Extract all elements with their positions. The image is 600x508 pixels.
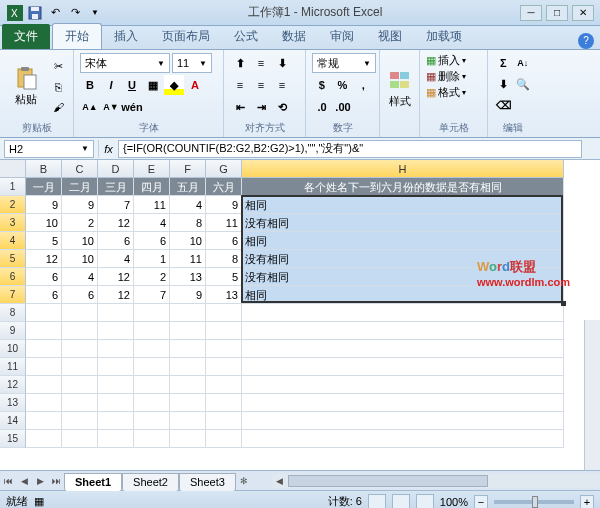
cell[interactable]: 12 xyxy=(26,250,62,268)
cell[interactable]: 12 xyxy=(98,286,134,304)
number-format-combo[interactable]: 常规▼ xyxy=(312,53,376,73)
format-cells-button[interactable]: ▦格式▾ xyxy=(426,85,481,100)
view-layout-icon[interactable] xyxy=(392,494,410,509)
cell[interactable] xyxy=(98,376,134,394)
cell[interactable]: 相同 xyxy=(242,232,564,250)
cell[interactable]: 相同 xyxy=(242,196,564,214)
cell[interactable] xyxy=(134,412,170,430)
cell[interactable]: 9 xyxy=(170,286,206,304)
sort-icon[interactable]: A↓ xyxy=(514,53,533,73)
cell[interactable] xyxy=(242,412,564,430)
cell[interactable] xyxy=(98,358,134,376)
column-header[interactable]: D xyxy=(98,160,134,178)
cell[interactable]: 6 xyxy=(206,232,242,250)
tab-view[interactable]: 视图 xyxy=(366,24,414,49)
cell[interactable] xyxy=(62,322,98,340)
minimize-button[interactable]: ─ xyxy=(520,5,542,21)
fx-icon[interactable]: fx xyxy=(98,140,118,158)
cell[interactable]: 2 xyxy=(134,268,170,286)
increase-font-icon[interactable]: A▲ xyxy=(80,97,100,117)
save-icon[interactable] xyxy=(26,4,44,22)
tab-file[interactable]: 文件 xyxy=(2,24,50,49)
tab-insert[interactable]: 插入 xyxy=(102,24,150,49)
cell[interactable]: 13 xyxy=(206,286,242,304)
cell[interactable]: 5 xyxy=(26,232,62,250)
column-header[interactable]: F xyxy=(170,160,206,178)
row-header[interactable]: 9 xyxy=(0,322,26,340)
cell[interactable]: 二月 xyxy=(62,178,98,196)
tab-formulas[interactable]: 公式 xyxy=(222,24,270,49)
cell[interactable]: 7 xyxy=(134,286,170,304)
cell[interactable] xyxy=(26,358,62,376)
cell[interactable] xyxy=(98,412,134,430)
phonetic-icon[interactable]: wén xyxy=(122,97,142,117)
new-sheet-icon[interactable]: ✻ xyxy=(236,472,252,490)
cell[interactable] xyxy=(242,322,564,340)
row-header[interactable]: 3 xyxy=(0,214,26,232)
row-header[interactable]: 1 xyxy=(0,178,26,196)
cell[interactable] xyxy=(170,322,206,340)
cell[interactable]: 4 xyxy=(170,196,206,214)
cell[interactable] xyxy=(26,340,62,358)
cell[interactable]: 4 xyxy=(62,268,98,286)
comma-icon[interactable]: , xyxy=(353,75,373,95)
cell[interactable]: 8 xyxy=(170,214,206,232)
column-header[interactable]: G xyxy=(206,160,242,178)
cell[interactable] xyxy=(134,358,170,376)
align-left-icon[interactable]: ≡ xyxy=(230,75,250,95)
sheet-nav-next-icon[interactable]: ▶ xyxy=(32,472,48,490)
orientation-icon[interactable]: ⟲ xyxy=(272,97,292,117)
cell[interactable]: 6 xyxy=(98,232,134,250)
clear-icon[interactable]: ⌫ xyxy=(494,95,514,115)
tab-addins[interactable]: 加载项 xyxy=(414,24,474,49)
cell[interactable]: 各个姓名下一到六月份的数据是否有相同 xyxy=(242,178,564,196)
cell[interactable]: 一月 xyxy=(26,178,62,196)
sheet-tab-3[interactable]: Sheet3 xyxy=(179,473,236,491)
font-name-combo[interactable]: 宋体▼ xyxy=(80,53,170,73)
row-header[interactable]: 15 xyxy=(0,430,26,448)
cell[interactable]: 6 xyxy=(62,286,98,304)
cut-icon[interactable]: ✂ xyxy=(49,58,67,76)
row-header[interactable]: 5 xyxy=(0,250,26,268)
cell[interactable] xyxy=(62,358,98,376)
cell[interactable] xyxy=(170,340,206,358)
delete-cells-button[interactable]: ▦删除▾ xyxy=(426,69,481,84)
view-break-icon[interactable] xyxy=(416,494,434,509)
cell[interactable] xyxy=(206,376,242,394)
vertical-scrollbar[interactable] xyxy=(584,320,600,470)
cell[interactable] xyxy=(26,412,62,430)
cell[interactable]: 6 xyxy=(26,268,62,286)
cell[interactable] xyxy=(170,412,206,430)
cell[interactable] xyxy=(170,394,206,412)
border-icon[interactable]: ▦ xyxy=(143,75,163,95)
column-header[interactable]: B xyxy=(26,160,62,178)
cell[interactable]: 2 xyxy=(62,214,98,232)
cell[interactable] xyxy=(98,394,134,412)
cell[interactable] xyxy=(26,322,62,340)
cell[interactable]: 相同 xyxy=(242,286,564,304)
cell[interactable] xyxy=(134,376,170,394)
copy-icon[interactable]: ⎘ xyxy=(49,78,67,96)
cell[interactable]: 三月 xyxy=(98,178,134,196)
row-header[interactable]: 14 xyxy=(0,412,26,430)
find-icon[interactable]: 🔍 xyxy=(514,74,533,94)
cell[interactable] xyxy=(62,340,98,358)
cell[interactable] xyxy=(206,340,242,358)
cell[interactable] xyxy=(206,412,242,430)
cell[interactable]: 12 xyxy=(98,214,134,232)
row-header[interactable]: 8 xyxy=(0,304,26,322)
cell[interactable]: 五月 xyxy=(170,178,206,196)
cell[interactable]: 8 xyxy=(206,250,242,268)
help-icon[interactable]: ? xyxy=(578,33,594,49)
cell[interactable] xyxy=(242,340,564,358)
sheet-tab-2[interactable]: Sheet2 xyxy=(122,473,179,491)
cell[interactable]: 5 xyxy=(206,268,242,286)
font-color-icon[interactable]: A xyxy=(185,75,205,95)
styles-button[interactable]: 样式 xyxy=(386,53,413,123)
decrease-decimal-icon[interactable]: .00 xyxy=(333,97,353,117)
cell[interactable] xyxy=(98,430,134,448)
row-header[interactable]: 4 xyxy=(0,232,26,250)
cell[interactable] xyxy=(26,304,62,322)
column-header[interactable]: E xyxy=(134,160,170,178)
cell[interactable]: 9 xyxy=(62,196,98,214)
